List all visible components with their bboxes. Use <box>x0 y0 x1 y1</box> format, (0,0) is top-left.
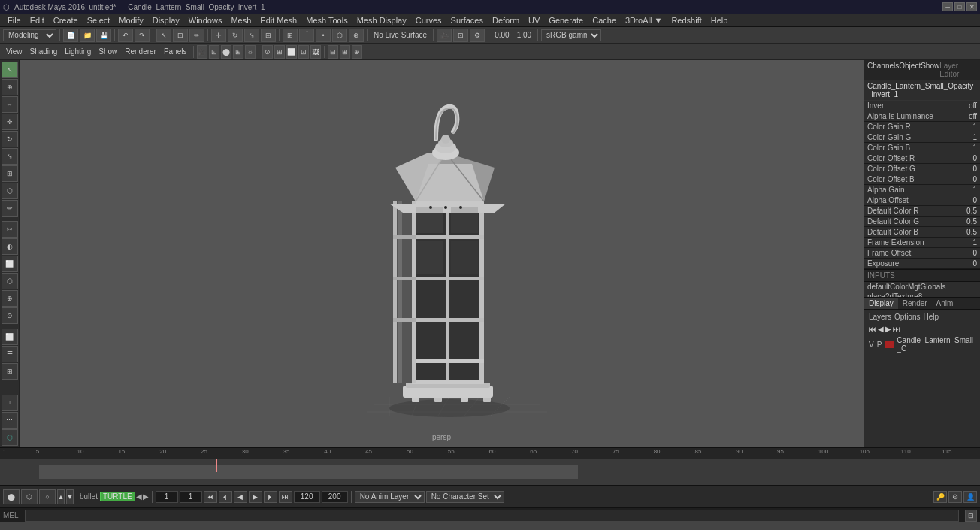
channels-tab[interactable]: Channels <box>867 62 899 78</box>
menu-item-meshtools[interactable]: Mesh Tools <box>301 15 352 26</box>
turtle-tab[interactable]: TURTLE <box>100 492 135 501</box>
channel-row[interactable]: Color Offset G0 <box>864 164 980 174</box>
step-back-btn[interactable]: ⏴ <box>219 491 232 503</box>
menu-item-editmesh[interactable]: Edit Mesh <box>256 15 301 26</box>
char-btn[interactable]: 👤 <box>963 491 977 503</box>
poly-create-btn[interactable]: ⬜ <box>2 329 18 345</box>
snap-grid-btn[interactable]: ⊞ <box>283 29 298 42</box>
anim-end-field[interactable] <box>322 491 348 503</box>
grid-btn[interactable]: ⊞ <box>274 45 285 59</box>
nav-fwd[interactable]: ▶ <box>885 325 891 333</box>
render-view-btn[interactable]: 🎥 <box>437 29 452 42</box>
channel-row[interactable]: Color Gain R1 <box>864 122 980 132</box>
menu-item-meshdisplay[interactable]: Mesh Display <box>352 15 411 26</box>
display-tab[interactable]: Display <box>864 298 898 309</box>
renderer-menu[interactable]: Renderer <box>122 47 159 56</box>
resolution-btn[interactable]: ⊟ <box>328 45 338 59</box>
channel-row[interactable]: Default Color G0.5 <box>864 217 980 227</box>
open-btn[interactable]: 📁 <box>80 29 95 42</box>
nav-fwd-far[interactable]: ⏭ <box>893 325 900 333</box>
object-tab[interactable]: Object <box>899 62 921 78</box>
color-space-dropdown[interactable]: sRGB gamma <box>541 29 601 41</box>
bottom-tool-btn[interactable]: ⊥ <box>2 395 18 411</box>
select-btn[interactable]: ↖ <box>156 29 171 42</box>
show-menu[interactable]: Show <box>95 47 120 56</box>
flat-render-btn[interactable]: ⬡ <box>21 489 38 504</box>
current-frame-field[interactable] <box>156 491 178 503</box>
menu-item-uv[interactable]: UV <box>524 15 544 26</box>
play-forward-btn[interactable]: ▶ <box>249 491 262 503</box>
save-btn[interactable]: 💾 <box>96 29 111 42</box>
paint-btn[interactable]: ✏ <box>189 29 204 42</box>
menu-item-cache[interactable]: Cache <box>588 15 621 26</box>
options-menu[interactable]: Options <box>894 313 920 321</box>
subdiv-btn[interactable]: ☰ <box>2 346 18 362</box>
anim-layer-select[interactable]: No Anim Layer <box>355 491 425 503</box>
transform-tool-btn[interactable]: ⊞ <box>2 165 18 182</box>
snap-surface-btn[interactable]: ⬡ <box>332 29 347 42</box>
new-scene-btn[interactable]: 📄 <box>63 29 78 42</box>
menu-item-curves[interactable]: Curves <box>411 15 446 26</box>
mode-dropdown[interactable]: Modeling Rigging Animation <box>3 29 56 41</box>
menu-item-modify[interactable]: Modify <box>114 15 147 26</box>
show-tab[interactable]: Show <box>921 62 939 78</box>
sphere-render-btn[interactable]: ⬤ <box>3 489 20 504</box>
move-tool-btn[interactable]: ✛ <box>2 114 18 130</box>
channel-row[interactable]: Exposure0 <box>864 259 980 269</box>
soft-mod-btn[interactable]: ⬡ <box>2 183 18 199</box>
bevel-btn[interactable]: ⬜ <box>2 256 18 272</box>
go-end-btn[interactable]: ⏭ <box>279 491 292 503</box>
lighting-menu[interactable]: Lighting <box>62 47 94 56</box>
hud-btn[interactable]: ⬜ <box>286 45 297 59</box>
channel-row[interactable]: Color Gain B1 <box>864 143 980 153</box>
menu-item-select[interactable]: Select <box>83 15 115 26</box>
move-btn[interactable]: ✛ <box>211 29 226 42</box>
ao-btn[interactable]: ⊕ <box>352 45 362 59</box>
cut-btn[interactable]: ✂ <box>2 221 18 238</box>
menu-item-create[interactable]: Create <box>49 15 83 26</box>
channel-row[interactable]: Color Gain G1 <box>864 132 980 143</box>
isolate-btn[interactable]: ⊙ <box>262 45 273 59</box>
mel-input[interactable] <box>25 510 959 522</box>
ipr-btn[interactable]: ⊡ <box>453 29 468 42</box>
channel-row[interactable]: Frame Offset0 <box>864 248 980 259</box>
maximize-button[interactable]: □ <box>954 2 965 11</box>
layer-name[interactable]: Candle_Lantern_Small_C <box>897 336 975 353</box>
playback-start-field[interactable] <box>180 491 202 503</box>
paint-select-btn[interactable]: ⊕ <box>2 79 18 95</box>
layer-color-swatch[interactable] <box>885 341 894 348</box>
channel-row[interactable]: Default Color B0.5 <box>864 227 980 238</box>
menu-item-generate[interactable]: Generate <box>544 15 588 26</box>
menu-item-surfaces[interactable]: Surfaces <box>446 15 488 26</box>
render-tab[interactable]: Render <box>898 298 932 309</box>
scale-tool-btn[interactable]: ⤡ <box>2 148 18 165</box>
channel-row[interactable]: Alpha Gain1 <box>864 185 980 195</box>
menu-item-display[interactable]: Display <box>148 15 184 26</box>
bullet-tab[interactable]: bullet <box>78 492 99 501</box>
snap-live-btn[interactable]: ⊕ <box>349 29 364 42</box>
view-menu[interactable]: View <box>3 47 26 56</box>
channel-row[interactable]: Invertoff <box>864 101 980 111</box>
merge-btn[interactable]: ⊙ <box>2 307 18 324</box>
script-editor-btn[interactable]: ⊟ <box>965 510 977 522</box>
channel-row[interactable]: Default Color R0.5 <box>864 206 980 217</box>
anim-tab[interactable]: Anim <box>932 298 958 309</box>
viewport[interactable]: persp <box>20 60 864 447</box>
step-forward-btn[interactable]: ⏵ <box>264 491 277 503</box>
extrude-btn[interactable]: ◐ <box>2 238 18 255</box>
panels-menu[interactable]: Panels <box>161 47 190 56</box>
menu-item-redshift[interactable]: Redshift <box>667 15 706 26</box>
channel-row[interactable]: Color Offset R0 <box>864 153 980 164</box>
nav-back-far[interactable]: ⏮ <box>869 325 876 333</box>
rotate-tool-btn[interactable]: ↻ <box>2 131 18 147</box>
tab-prev-btn[interactable]: ◀ <box>136 492 142 501</box>
tab-next-btn[interactable]: ▶ <box>143 492 149 501</box>
texture-btn[interactable]: ⊞ <box>233 45 243 59</box>
layer-p[interactable]: P <box>877 341 882 349</box>
render-settings-btn[interactable]: ⚙ <box>470 29 485 42</box>
menu-item-mesh[interactable]: Mesh <box>226 15 256 26</box>
minimize-button[interactable]: ─ <box>942 2 953 11</box>
menu-item-help[interactable]: Help <box>706 15 733 26</box>
input-item[interactable]: defaultColorMgtGlobals <box>864 282 980 292</box>
collapse-btn[interactable]: ▼ <box>66 489 74 504</box>
